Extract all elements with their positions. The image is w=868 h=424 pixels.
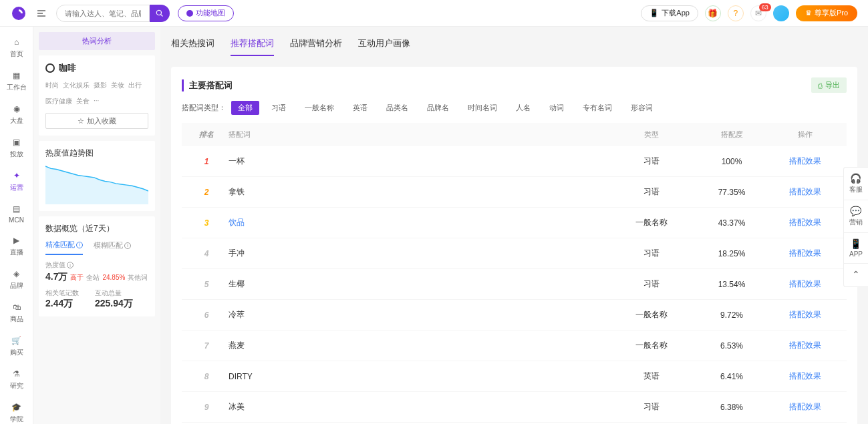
filter-option[interactable]: 形容词 — [624, 101, 660, 115]
sidebar-item-ops[interactable]: ✦运营 — [3, 166, 30, 196]
tag[interactable]: 出行 — [128, 79, 142, 91]
table-row: 5生椰习语13.54%搭配效果 — [182, 269, 847, 300]
word-cell[interactable]: 饮品 — [223, 217, 611, 228]
search-button[interactable] — [150, 5, 170, 22]
sidebar-label: 购买 — [10, 348, 23, 357]
main-tab[interactable]: 推荐搭配词 — [231, 37, 274, 56]
action-link[interactable]: 搭配效果 — [772, 401, 839, 413]
match-cell: 6.53% — [692, 341, 772, 351]
action-link[interactable]: 搭配效果 — [772, 186, 839, 198]
sidebar-label: 首页 — [10, 49, 23, 59]
trend-chart — [45, 164, 148, 204]
market-icon: ◉ — [11, 103, 23, 115]
sidebar-label: 大盘 — [10, 116, 23, 126]
pro-button[interactable]: ♛尊享版Pro — [796, 5, 857, 21]
dock-icon: 💬 — [849, 206, 863, 216]
match-cell: 43.37% — [692, 218, 772, 228]
download-app-button[interactable]: 📱下载App — [641, 5, 698, 21]
dock-label: 客服 — [849, 186, 863, 193]
type-cell: 一般名称 — [611, 217, 692, 228]
work-icon: ▦ — [11, 69, 23, 81]
action-link[interactable]: 搭配效果 — [772, 156, 839, 167]
sidebar-toggle-icon[interactable] — [35, 7, 48, 20]
col-action: 操作 — [772, 130, 839, 140]
filter-option[interactable]: 习语 — [265, 101, 293, 115]
match-cell: 18.25% — [692, 249, 772, 258]
filter-option[interactable]: 一般名称 — [298, 101, 341, 115]
sidebar-label: 工作台 — [7, 83, 27, 92]
tag[interactable]: 摄影 — [94, 79, 107, 91]
word-cell: 一杯 — [223, 156, 611, 167]
sidebar-item-research[interactable]: ⚗研究 — [3, 364, 30, 395]
dock-icon: ⌃ — [849, 269, 863, 280]
overview-tab[interactable]: 模糊匹配 i — [94, 240, 131, 255]
action-link[interactable]: 搭配效果 — [772, 340, 839, 351]
main-tab[interactable]: 品牌营销分析 — [290, 37, 342, 56]
match-cell: 9.72% — [692, 310, 772, 320]
type-cell: 英语 — [611, 371, 692, 382]
logo[interactable] — [11, 5, 27, 21]
sidebar-label: 研究 — [10, 381, 23, 391]
tag[interactable]: 文化娱乐 — [63, 79, 90, 91]
action-link[interactable]: 搭配效果 — [772, 217, 839, 228]
action-link[interactable]: 搭配效果 — [772, 248, 839, 259]
sidebar-item-mcn[interactable]: ▤MCN — [3, 199, 30, 228]
dock-item[interactable]: ⌃ — [844, 264, 868, 286]
tag[interactable]: 时尚 — [45, 79, 59, 91]
dock-item[interactable]: 💬营销 — [844, 200, 868, 233]
dock-item[interactable]: 📱APP — [844, 233, 868, 264]
filter-option[interactable]: 专有名词 — [576, 101, 619, 115]
table-row: 9冰美习语6.38%搭配效果 — [182, 392, 847, 423]
feature-map-button[interactable]: 功能地图 — [178, 5, 234, 21]
rank-cell: 3 — [190, 218, 223, 228]
sidebar-item-brand[interactable]: ◈品牌 — [3, 264, 30, 294]
sidebar-item-market[interactable]: ◉大盘 — [3, 99, 30, 130]
match-cell: 6.41% — [692, 372, 772, 381]
sidebar-item-buy[interactable]: 🛒购买 — [3, 331, 30, 361]
filter-option[interactable]: 品类名 — [380, 101, 415, 115]
main-tab[interactable]: 相关热搜词 — [171, 37, 214, 56]
avatar[interactable] — [773, 5, 789, 21]
sidebar-item-home[interactable]: ⌂首页 — [3, 32, 30, 63]
filter-option[interactable]: 品牌名 — [420, 101, 456, 115]
search-input[interactable] — [56, 5, 150, 22]
filter-option[interactable]: 全部 — [231, 101, 259, 115]
sidebar-item-work[interactable]: ▦工作台 — [3, 65, 30, 96]
sidebar-item-goods[interactable]: 🛍商品 — [3, 297, 30, 328]
dock-item[interactable]: 🎧客服 — [844, 168, 868, 200]
table-row: 4手冲习语18.25%搭配效果 — [182, 238, 847, 269]
word-cell: 拿铁 — [223, 186, 611, 198]
sidebar-item-deliver[interactable]: ▣投放 — [3, 132, 30, 163]
main-tab[interactable]: 互动用户画像 — [358, 37, 410, 56]
help-icon[interactable]: ? — [728, 5, 744, 21]
sidebar-label: 学院 — [10, 415, 23, 424]
filter-option[interactable]: 动词 — [543, 101, 571, 115]
export-button[interactable]: ⎙导出 — [811, 77, 847, 93]
export-label: 导出 — [825, 80, 840, 90]
gift-icon[interactable]: 🎁 — [705, 5, 721, 21]
tag[interactable]: ··· — [94, 95, 99, 108]
hot-compare: 高于 — [70, 273, 84, 282]
tag[interactable]: 医疗健康 — [45, 95, 72, 108]
sidebar-item-live[interactable]: ▶直播 — [3, 230, 30, 261]
action-link[interactable]: 搭配效果 — [772, 278, 839, 290]
action-link[interactable]: 搭配效果 — [772, 371, 839, 382]
info-icon[interactable]: i — [67, 262, 74, 268]
tag[interactable]: 美食 — [76, 95, 90, 108]
messages-icon[interactable]: ✉63 — [750, 5, 766, 21]
add-favorite-button[interactable]: ☆加入收藏 — [45, 113, 148, 129]
sidebar-label: MCN — [9, 216, 24, 224]
tag[interactable]: 美妆 — [111, 79, 124, 91]
filter-option[interactable]: 时间名词 — [461, 101, 504, 115]
match-cell: 13.54% — [692, 280, 772, 289]
research-icon: ⚗ — [11, 368, 23, 380]
filter-option[interactable]: 英语 — [346, 101, 374, 115]
action-link[interactable]: 搭配效果 — [772, 309, 839, 321]
notes-value: 2.44万 — [45, 298, 79, 310]
fav-label: 加入收藏 — [87, 116, 116, 126]
section-title: 主要搭配词 — [182, 79, 233, 91]
overview-tab[interactable]: 精准匹配 i — [45, 240, 83, 255]
filter-option[interactable]: 人名 — [509, 101, 537, 115]
table-row: 2拿铁习语77.35%搭配效果 — [182, 177, 847, 208]
sidebar-item-school[interactable]: 🎓学院 — [3, 397, 30, 424]
